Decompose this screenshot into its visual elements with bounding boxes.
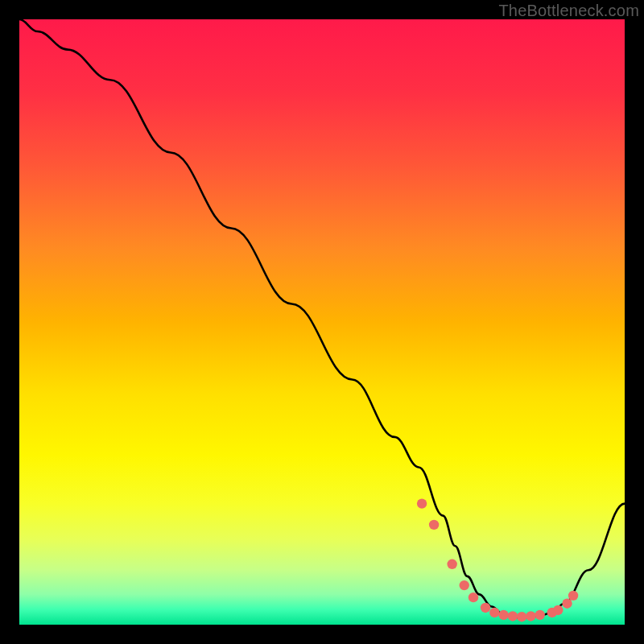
marker-point <box>535 610 545 620</box>
plot-area <box>19 19 625 625</box>
marker-point <box>508 611 518 621</box>
marker-point <box>517 612 526 621</box>
marker-point <box>489 608 499 617</box>
marker-point <box>460 580 469 590</box>
watermark-text: TheBottleneck.com <box>498 2 639 20</box>
marker-point <box>429 520 439 530</box>
highlight-markers <box>417 498 578 621</box>
marker-point <box>553 605 563 615</box>
marker-point <box>447 559 456 569</box>
marker-point <box>481 603 490 613</box>
marker-point <box>562 598 572 608</box>
marker-point <box>417 498 427 508</box>
marker-point <box>498 610 508 620</box>
marker-point <box>469 592 478 602</box>
chart-container: TheBottleneck.com <box>0 0 644 644</box>
marker-point <box>568 591 578 601</box>
marker-point <box>526 611 535 621</box>
bottleneck-curve <box>19 19 625 617</box>
curve-layer <box>19 19 625 625</box>
